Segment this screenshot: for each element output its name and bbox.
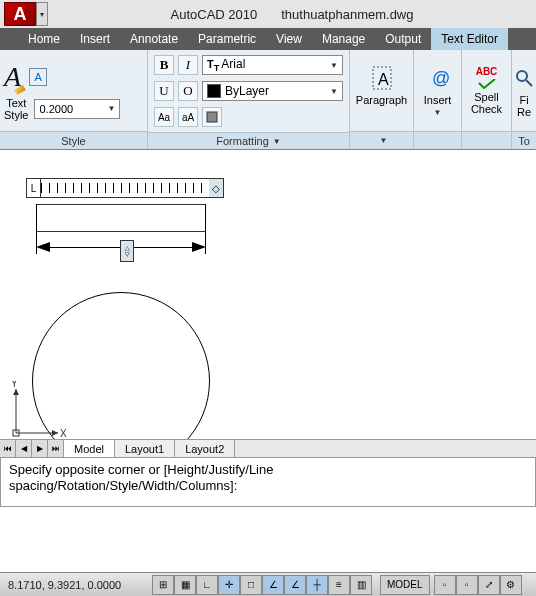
modelspace-indicator[interactable]: MODEL	[380, 575, 430, 595]
ribbon: A A TextStyle 0.2000▼ Style B I TTArial	[0, 50, 536, 150]
svg-rect-0	[207, 112, 217, 122]
panel-style: A A TextStyle 0.2000▼ Style	[0, 50, 148, 149]
quickview-layouts[interactable]: ▫	[434, 575, 456, 595]
qp-toggle[interactable]: ▥	[350, 575, 372, 595]
ruler-width-grip[interactable]: ◇	[209, 179, 223, 197]
panel-paragraph: A Paragraph ▼	[350, 50, 414, 149]
qat-dropdown[interactable]: ▾	[36, 2, 48, 26]
layout-nav-last[interactable]: ⏭	[48, 440, 64, 457]
mtext-ruler[interactable]: L ◇	[26, 178, 224, 198]
bold-button[interactable]: B	[154, 55, 174, 75]
check-icon	[477, 79, 497, 89]
panel-formatting-footer[interactable]: Formatting▼	[148, 132, 349, 149]
layout-tab-layout2[interactable]: Layout2	[175, 440, 235, 457]
osnap-toggle[interactable]: □	[240, 575, 262, 595]
grid-toggle[interactable]: ▦	[174, 575, 196, 595]
column-height-grip[interactable]: △▽	[120, 240, 134, 262]
layout-tab-model[interactable]: Model	[64, 440, 115, 457]
ruler-tab-indicator[interactable]: L	[27, 179, 41, 197]
background-mask-button[interactable]	[202, 107, 222, 127]
color-combo[interactable]: ByLayer ▼	[202, 81, 343, 101]
ucs-icon: X Y	[8, 381, 66, 441]
tab-view[interactable]: View	[266, 28, 312, 50]
tab-text-editor[interactable]: Text Editor	[431, 28, 508, 50]
insert-label: Insert	[424, 94, 452, 106]
svg-text:@: @	[432, 68, 450, 88]
app-name: AutoCAD 2010	[171, 7, 258, 22]
color-swatch	[207, 84, 221, 98]
svg-text:X: X	[60, 428, 66, 439]
title-bar: A ▾ AutoCAD 2010 thuthuatphanmem.dwg	[0, 0, 536, 28]
find-label: FiRe	[517, 94, 531, 118]
panel-spell-footer	[462, 131, 511, 149]
find-icon[interactable]	[510, 64, 536, 92]
ruler-ticks[interactable]	[41, 179, 209, 197]
workspace-switch[interactable]: ⚙	[500, 575, 522, 595]
tab-home[interactable]: Home	[0, 28, 70, 50]
spellcheck-abc: ABC	[476, 66, 498, 77]
svg-text:Y: Y	[11, 381, 18, 389]
command-line[interactable]: Specify opposite corner or [Height/Justi…	[0, 457, 536, 507]
layout-tab-layout1[interactable]: Layout1	[115, 440, 175, 457]
command-text-1: Specify opposite corner or [Height/Justi…	[9, 462, 527, 478]
paragraph-label: Paragraph	[356, 94, 407, 118]
panel-style-footer[interactable]: Style	[0, 131, 147, 149]
tab-output[interactable]: Output	[375, 28, 431, 50]
mtext-editor-box[interactable]	[36, 204, 206, 232]
layout-nav-next[interactable]: ▶	[32, 440, 48, 457]
paragraph-icon[interactable]: A	[368, 64, 396, 92]
polar-toggle[interactable]: ✛	[218, 575, 240, 595]
text-style-label: TextStyle	[4, 97, 28, 121]
drafting-toggles: ⊞ ▦ ∟ ✛ □ ∠ ∠ ┼ ≡ ▥	[152, 575, 372, 595]
overline-button[interactable]: O	[178, 81, 198, 101]
arrow-left-icon	[36, 242, 50, 252]
layout-nav-first[interactable]: ⏮	[0, 440, 16, 457]
cursor-coords[interactable]: 8.1710, 9.3921, 0.0000	[0, 579, 148, 591]
layout-tab-row: ⏮ ◀ ▶ ⏭ Model Layout1 Layout2	[0, 439, 536, 457]
tab-manage[interactable]: Manage	[312, 28, 375, 50]
insert-dropdown[interactable]: ▼	[434, 108, 442, 117]
italic-button[interactable]: I	[178, 55, 198, 75]
dyn-toggle[interactable]: ┼	[306, 575, 328, 595]
text-style-icon[interactable]: A	[4, 61, 21, 93]
app-logo[interactable]: A	[4, 2, 36, 26]
svg-text:A: A	[378, 71, 389, 88]
panel-find: FiRe To	[512, 50, 536, 149]
ribbon-tab-strip: Home Insert Annotate Parametric View Man…	[0, 28, 536, 50]
drawing-canvas[interactable]: L ◇ △▽ ThuThuatPhanMem.vn	[0, 164, 536, 447]
panel-formatting: B I TTArial ▼ U O ByLayer ▼ Aa aA	[148, 50, 350, 149]
panel-spellcheck: ABC SpellCheck	[462, 50, 512, 149]
command-text-2: spacing/Rotation/Style/Width/Columns]:	[9, 478, 527, 494]
snap-toggle[interactable]: ⊞	[152, 575, 174, 595]
svg-line-5	[526, 80, 532, 86]
insert-symbol-icon[interactable]: @	[424, 64, 452, 92]
panel-insert-footer	[414, 131, 461, 149]
panel-tools-footer[interactable]: To	[512, 131, 536, 149]
font-combo[interactable]: TTArial ▼	[202, 55, 343, 75]
workspace: L ◇ △▽ ThuThuatPhanMem.vn X Y ⏮ ◀ ▶ ⏭ Mo…	[0, 150, 536, 551]
annoscale-toggle[interactable]: ⤢	[478, 575, 500, 595]
otrack-toggle[interactable]: ∠	[262, 575, 284, 595]
underline-button[interactable]: U	[154, 81, 174, 101]
panel-paragraph-footer[interactable]: ▼	[350, 131, 413, 149]
doc-filename: thuthuatphanmem.dwg	[281, 7, 413, 22]
tab-parametric[interactable]: Parametric	[188, 28, 266, 50]
panel-insert: @ Insert ▼	[414, 50, 462, 149]
annotative-toggle[interactable]: A	[29, 68, 47, 86]
tab-annotate[interactable]: Annotate	[120, 28, 188, 50]
status-bar: 8.1710, 9.3921, 0.0000 ⊞ ▦ ∟ ✛ □ ∠ ∠ ┼ ≡…	[0, 572, 536, 596]
layout-nav-prev[interactable]: ◀	[16, 440, 32, 457]
ducs-toggle[interactable]: ∠	[284, 575, 306, 595]
ortho-toggle[interactable]: ∟	[196, 575, 218, 595]
svg-point-4	[517, 71, 527, 81]
arrow-right-icon	[192, 242, 206, 252]
smallcaps-button[interactable]: aA	[178, 107, 198, 127]
quickview-drawings[interactable]: ▫	[456, 575, 478, 595]
spellcheck-label[interactable]: SpellCheck	[471, 91, 502, 115]
text-height-combo[interactable]: 0.2000▼	[34, 99, 120, 119]
lwt-toggle[interactable]: ≡	[328, 575, 350, 595]
caps-button[interactable]: Aa	[154, 107, 174, 127]
tab-insert[interactable]: Insert	[70, 28, 120, 50]
